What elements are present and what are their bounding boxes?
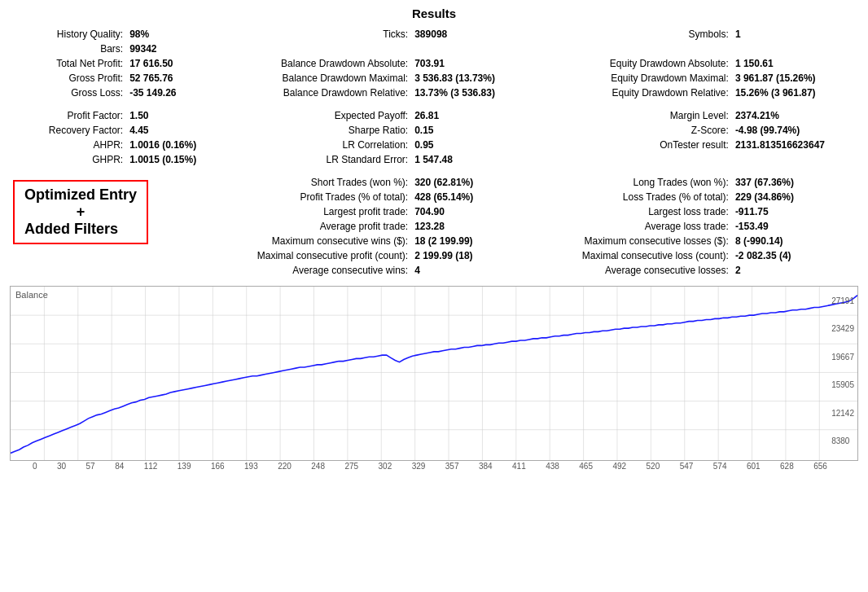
zscore-label: Z-Score: — [537, 123, 732, 138]
profit-factor-value: 1.50 — [126, 108, 223, 123]
equity-drawdown-max-value: 3 961.87 (15.26%) — [732, 71, 858, 86]
max-consec-wins-value: 18 (2 199.99) — [411, 234, 537, 248]
equity-drawdown-rel-label: Equity Drawdown Relative: — [537, 86, 732, 100]
avg-loss-value: -153.49 — [732, 219, 858, 234]
x-label-547: 547 — [680, 462, 694, 471]
sharpe-ratio-label: Sharpe Ratio: — [223, 123, 411, 138]
avg-profit-value: 123.28 — [411, 219, 537, 234]
max-consec-wins-label: Maximum consecutive wins ($): — [223, 234, 411, 248]
bars-value: 99342 — [126, 42, 223, 56]
avg-profit-label: Average profit trade: — [223, 219, 411, 234]
optimized-entry-box: Optimized Entry + Added Filters — [13, 180, 148, 244]
sharpe-ratio-value: 0.15 — [411, 123, 537, 138]
loss-trades-label: Loss Trades (% of total): — [537, 190, 732, 204]
recovery-factor-value: 4.45 — [126, 123, 223, 138]
largest-profit-label: Largest profit trade: — [223, 204, 411, 219]
avg-consec-wins-value: 4 — [411, 263, 537, 278]
total-net-profit-value: 17 616.50 — [126, 56, 223, 71]
x-label-492: 492 — [612, 462, 626, 471]
x-label-656: 656 — [813, 462, 827, 471]
zscore-value: -4.98 (99.74%) — [732, 123, 858, 138]
x-axis-labels: 0 30 57 84 112 139 166 193 220 248 275 3… — [10, 462, 858, 471]
maximal-consec-loss-value: -2 082.35 (4) — [732, 248, 858, 263]
largest-loss-label: Largest loss trade: — [537, 204, 732, 219]
avg-consec-losses-label: Average consecutive losses: — [537, 263, 732, 278]
ghpr-value: 1.0015 (0.15%) — [126, 152, 223, 167]
equity-drawdown-abs-value: 1 150.61 — [732, 56, 858, 71]
maximal-consec-profit-label: Maximal consecutive profit (count): — [223, 248, 411, 263]
stats-table: History Quality: 98% Ticks: 389098 Symbo… — [10, 27, 858, 278]
x-label-166: 166 — [211, 462, 225, 471]
avg-consec-losses-value: 2 — [732, 263, 858, 278]
lr-correlation-value: 0.95 — [411, 138, 537, 152]
ahpr-label: AHPR: — [10, 138, 126, 152]
main-container: Results History Quality: 98% Ticks: 3890… — [0, 0, 868, 477]
history-quality-label: History Quality: — [10, 27, 126, 42]
margin-level-label: Margin Level: — [537, 108, 732, 123]
chart-balance-label: Balance — [15, 290, 48, 300]
balance-drawdown-rel-value: 13.73% (3 536.83) — [411, 86, 537, 100]
equity-drawdown-rel-value: 15.26% (3 961.87) — [732, 86, 858, 100]
max-consec-losses-value: 8 (-990.14) — [732, 234, 858, 248]
profit-trades-label: Profit Trades (% of total): — [223, 190, 411, 204]
x-label-357: 357 — [445, 462, 459, 471]
avg-consec-wins-label: Average consecutive wins: — [223, 263, 411, 278]
optimized-plus: + — [24, 204, 137, 221]
maximal-consec-loss-label: Maximal consecutive loss (count): — [537, 248, 732, 263]
ahpr-value: 1.0016 (0.16%) — [126, 138, 223, 152]
ticks-value: 389098 — [411, 27, 537, 42]
x-label-438: 438 — [546, 462, 559, 471]
x-label-139: 139 — [178, 462, 191, 471]
profit-trades-value: 428 (65.14%) — [411, 190, 537, 204]
short-trades-value: 320 (62.81%) — [411, 175, 537, 190]
x-label-84: 84 — [115, 462, 124, 471]
balance-drawdown-max-value: 3 536.83 (13.73%) — [411, 71, 537, 86]
lr-correlation-label: LR Correlation: — [223, 138, 411, 152]
equity-drawdown-abs-label: Equity Drawdown Absolute: — [537, 56, 732, 71]
gross-profit-value: 52 765.76 — [126, 71, 223, 86]
x-label-57: 57 — [86, 462, 95, 471]
ticks-label: Ticks: — [223, 27, 411, 42]
x-label-248: 248 — [311, 462, 325, 471]
profit-factor-label: Profit Factor: — [10, 108, 126, 123]
equity-drawdown-max-label: Equity Drawdown Maximal: — [537, 71, 732, 86]
x-label-30: 30 — [57, 462, 66, 471]
ontester-value: 2131.813516623647 — [732, 138, 858, 152]
largest-loss-value: -911.75 — [732, 204, 858, 219]
balance-chart: Balance — [10, 286, 858, 461]
optimized-line1: Optimized Entry — [24, 186, 137, 204]
expected-payoff-value: 26.81 — [411, 108, 537, 123]
x-label-112: 112 — [144, 462, 158, 471]
lr-std-error-value: 1 547.48 — [411, 152, 537, 167]
balance-drawdown-max-label: Balance Drawdown Maximal: — [223, 71, 411, 86]
x-label-574: 574 — [713, 462, 727, 471]
avg-loss-label: Average loss trade: — [537, 219, 732, 234]
gross-loss-label: Gross Loss: — [10, 86, 126, 100]
bars-label: Bars: — [10, 42, 126, 56]
gross-profit-label: Gross Profit: — [10, 71, 126, 86]
ghpr-label: GHPR: — [10, 152, 126, 167]
long-trades-value: 337 (67.36%) — [732, 175, 858, 190]
x-label-275: 275 — [344, 462, 358, 471]
gross-loss-value: -35 149.26 — [126, 86, 223, 100]
x-label-0: 0 — [33, 462, 37, 471]
long-trades-label: Long Trades (won %): — [537, 175, 732, 190]
largest-profit-value: 704.90 — [411, 204, 537, 219]
x-label-384: 384 — [479, 462, 493, 471]
total-net-profit-label: Total Net Profit: — [10, 56, 126, 71]
margin-level-value: 2374.21% — [732, 108, 858, 123]
loss-trades-value: 229 (34.86%) — [732, 190, 858, 204]
recovery-factor-label: Recovery Factor: — [10, 123, 126, 138]
max-consec-losses-label: Maximum consecutive losses ($): — [537, 234, 732, 248]
x-label-465: 465 — [579, 462, 593, 471]
ontester-label: OnTester result: — [537, 138, 732, 152]
x-label-193: 193 — [244, 462, 258, 471]
x-label-302: 302 — [379, 462, 392, 471]
symbols-label: Symbols: — [537, 27, 732, 42]
page-title: Results — [10, 7, 858, 20]
x-label-329: 329 — [412, 462, 426, 471]
x-label-220: 220 — [278, 462, 292, 471]
symbols-value: 1 — [732, 27, 858, 42]
expected-payoff-label: Expected Payoff: — [223, 108, 411, 123]
balance-drawdown-abs-value: 703.91 — [411, 56, 537, 71]
